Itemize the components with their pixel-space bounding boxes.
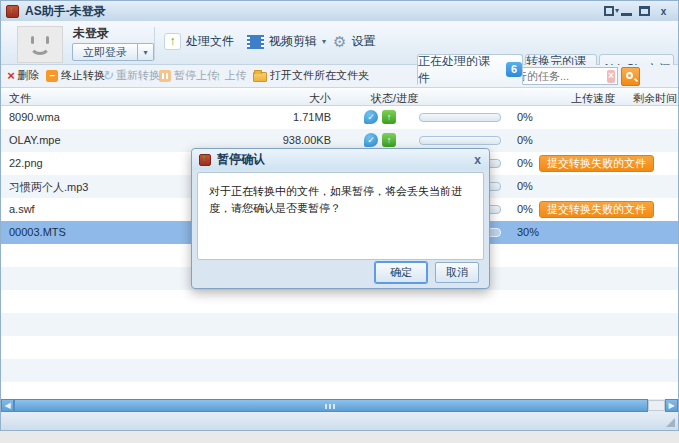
upload-percent: 0% [517,111,533,123]
table-row[interactable]: 8090.wma 1.71MB ✓ ↑ 0% [1,106,678,129]
film-icon [247,35,264,49]
dialog-footer: 确定 取消 [192,258,489,288]
file-size: 938.00KB [241,134,331,146]
close-icon[interactable]: x [657,6,670,17]
empty-row [1,382,678,399]
column-file[interactable]: 文件 [9,91,31,106]
login-button[interactable]: 立即登录 [72,43,138,61]
submit-failed-button[interactable]: 提交转换失败的文件 [539,155,654,172]
process-files-icon: ↑ [164,33,181,50]
empty-row [1,336,678,359]
stop-icon: − [46,70,58,82]
dialog-app-icon [199,154,211,166]
column-upload-speed[interactable]: 上传速度 [571,91,615,106]
gear-icon: ⚙ [333,34,346,49]
submit-failed-button[interactable]: 提交转换失败的文件 [539,201,654,218]
file-size: 1.71MB [241,111,331,123]
upload-percent: 0% [517,203,533,215]
divider [154,27,155,60]
app-icon [6,5,19,18]
cancel-button[interactable]: 取消 [435,262,479,283]
file-name: 8090.wma [9,111,60,123]
column-size[interactable]: 大小 [251,91,331,106]
resize-grip[interactable] [666,418,675,427]
empty-row [1,290,678,313]
upload-percent: 0% [517,180,533,192]
delete-icon: × [7,69,15,82]
video-edit-button[interactable]: 视频剪辑 ▾ [247,33,326,50]
settings-button[interactable]: ⚙ 设置 [333,33,375,50]
dialog-close-icon[interactable]: x [474,154,481,166]
converted-status-icon: ✓ [364,110,378,124]
skin-icon[interactable] [604,6,614,16]
file-name: 00003.MTS [9,226,66,238]
dialog-body: 对于正在转换中的文件，如果暂停，将会丢失当前进度，请您确认是否要暂停？ [197,172,484,260]
file-name: OLAY.mpe [9,134,61,146]
app-window: AS助手-未登录 x 未登录 立即登录 ▾ ↑ 处理文件 视频剪辑 ▾ ⚙ [0,0,679,431]
upload-icon: ↑ [215,70,222,82]
progress-bar [419,136,501,145]
login-status-label: 未登录 [73,25,109,42]
upload-percent: 0% [517,157,533,169]
header-band: 未登录 立即登录 ▾ ↑ 处理文件 视频剪辑 ▾ ⚙ 设置 正在处理的课件 6 … [1,21,678,65]
progress-bar [419,113,501,122]
scroll-right-icon[interactable]: ▶ [665,399,678,412]
login-dropdown-icon[interactable]: ▾ [138,43,154,61]
dialog-message: 对于正在转换中的文件，如果暂停，将会丢失当前进度，请您确认是否要暂停？ [209,183,473,216]
upload-status-icon: ↑ [382,110,396,124]
status-bar [1,412,678,430]
empty-row [1,313,678,336]
retry-icon: ↻ [102,69,113,82]
avatar [17,26,63,63]
table-header: 文件 大小 状态/进度 上传速度 剩余时间 [1,87,678,106]
window-title: AS助手-未登录 [25,3,106,20]
scroll-left-icon[interactable]: ◀ [1,399,14,412]
process-files-button[interactable]: ↑ 处理文件 [164,33,234,50]
search-button[interactable] [621,67,640,86]
stop-convert-button[interactable]: −终止转换 [46,68,105,83]
ok-button[interactable]: 确定 [375,262,427,283]
horizontal-scrollbar[interactable]: ◀ ▶ [1,399,678,412]
upload-status-icon: ↑ [382,133,396,147]
pause-confirm-dialog: 暂停确认 x 对于正在转换中的文件，如果暂停，将会丢失当前进度，请您确认是否要暂… [191,148,490,289]
empty-row [1,359,678,382]
upload-percent: 0% [517,134,533,146]
converted-status-icon: ✓ [364,133,378,147]
dialog-title: 暂停确认 [217,151,265,168]
minimize-icon[interactable] [621,7,632,16]
upload-button[interactable]: ↑上传 [215,68,247,83]
action-toolbar: ×删除 −终止转换 ↻重新转换 暂停上传 ↑上传 打开文件所在文件夹 × [1,65,678,87]
dialog-title-bar: 暂停确认 x [192,149,489,170]
pause-upload-button[interactable]: 暂停上传 [159,68,218,83]
scrollbar-track[interactable] [648,400,665,411]
clear-search-icon[interactable]: × [607,70,615,83]
file-name: a.swf [9,203,35,215]
column-status-progress[interactable]: 状态/进度 [371,91,418,106]
title-bar: AS助手-未登录 x [1,1,678,21]
open-folder-button[interactable]: 打开文件所在文件夹 [253,68,369,83]
tab-processing-courseware[interactable]: 正在处理的课件 6 [417,54,523,85]
column-time-remaining[interactable]: 剩余时间 [633,91,677,106]
pause-icon [159,70,171,82]
scrollbar-thumb[interactable] [14,399,648,412]
file-name: 习惯两个人.mp3 [9,180,88,195]
delete-button[interactable]: ×删除 [7,68,40,83]
reconvert-button[interactable]: ↻重新转换 [102,68,160,83]
upload-percent: 30% [517,226,539,238]
folder-icon [253,72,267,82]
maximize-icon[interactable] [639,6,650,16]
file-name: 22.png [9,157,43,169]
count-badge: 6 [506,62,522,77]
search-icon [626,72,633,79]
chevron-down-icon: ▾ [322,37,326,46]
